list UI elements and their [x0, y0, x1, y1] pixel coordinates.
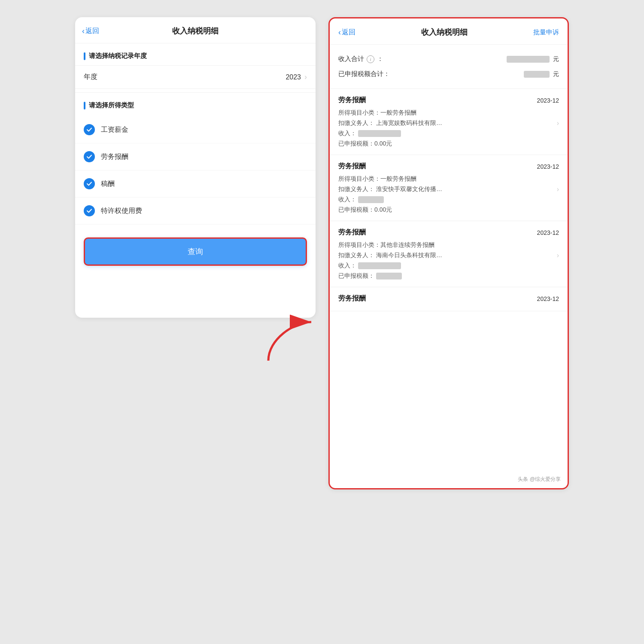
record-3-declared: 已申报税额： [338, 272, 559, 280]
right-panel-title: 收入纳税明细 [421, 27, 468, 37]
record-card-3: 劳务报酬 2023-12 所得项目小类： 其他非连续劳务报酬 扣缴义务人： 海南… [330, 221, 568, 287]
year-label: 年度 [84, 73, 97, 82]
record-3-subtype: 所得项目小类： 其他非连续劳务报酬 [338, 241, 559, 249]
right-panel: ‹ 返回 收入纳税明细 批量申诉 收入合计 i ： 元 已申报税额合计： [328, 17, 569, 489]
record-3-type: 劳务报酬 [338, 228, 366, 237]
checkbox-patent-label: 特许权使用费 [101, 207, 142, 216]
declared-total-label: 已申报税额合计： [338, 70, 390, 78]
year-value: 2023 [286, 73, 301, 81]
left-header: ‹ 返回 收入纳税明细 [75, 17, 316, 43]
left-back-button[interactable]: ‹ 返回 [82, 27, 99, 36]
batch-appeal-button[interactable]: 批量申诉 [533, 28, 559, 36]
left-panel: ‹ 返回 收入纳税明细 请选择纳税记录年度 年度 2023 › 请选择所得类型 … [75, 17, 316, 318]
record-3-header: 劳务报酬 2023-12 [338, 228, 559, 237]
checkbox-labor-label: 劳务报酬 [101, 152, 128, 161]
record-3-income: 收入： [338, 262, 559, 270]
income-total-row: 收入合计 i ： 元 [338, 52, 559, 67]
checkbox-item-labor[interactable]: 劳务报酬 [75, 143, 316, 170]
income-total-label: 收入合计 i ： [338, 55, 383, 63]
year-value-row: 2023 › [286, 73, 307, 82]
declared-total-row: 已申报税额合计： 元 [338, 67, 559, 82]
checkbox-item-royalty[interactable]: 稿酬 [75, 170, 316, 197]
declared-unit: 元 [553, 70, 559, 78]
income-total-value [507, 56, 550, 63]
checkbox-item-wages[interactable]: 工资薪金 [75, 116, 316, 143]
record-2-header: 劳务报酬 2023-12 [338, 162, 559, 171]
year-row[interactable]: 年度 2023 › [75, 65, 316, 89]
declared-total-value [524, 71, 550, 78]
record-card-2: 劳务报酬 2023-12 所得项目小类： 一般劳务报酬 扣缴义务人： 淮安快手双… [330, 155, 568, 221]
record-4-date: 2023-12 [537, 295, 559, 302]
record-3-date: 2023-12 [537, 229, 559, 236]
record-1-subtype: 所得项目小类： 一般劳务报酬 [338, 109, 559, 117]
record-2-detail: 所得项目小类： 一般劳务报酬 扣缴义务人： 淮安快手双馨文化传播… › 收入： … [338, 175, 559, 214]
record-4-header: 劳务报酬 2023-12 [338, 294, 559, 303]
record-1-header: 劳务报酬 2023-12 [338, 96, 559, 105]
record-1-type: 劳务报酬 [338, 96, 366, 105]
record-4-type: 劳务报酬 [338, 294, 366, 303]
type-section: 工资薪金 劳务报酬 稿酬 [75, 115, 316, 225]
record-2-declared: 已申报税额： 0.00元 [338, 206, 559, 214]
left-panel-title: 收入纳税明细 [172, 26, 219, 36]
record-2-income: 收入： [338, 196, 559, 204]
record-card-4: 劳务报酬 2023-12 [330, 287, 568, 311]
right-back-label: 返回 [342, 28, 355, 37]
record-1-income: 收入： [338, 130, 559, 137]
left-back-label: 返回 [85, 27, 99, 36]
left-back-chevron-icon: ‹ [82, 27, 85, 36]
record-1-date: 2023-12 [537, 97, 559, 104]
record-1-payer[interactable]: 扣缴义务人： 上海宽娱数码科技有限… › [338, 119, 559, 127]
record-card-1: 劳务报酬 2023-12 所得项目小类： 一般劳务报酬 扣缴义务人： 上海宽娱数… [330, 89, 568, 155]
record-2-payer[interactable]: 扣缴义务人： 淮安快手双馨文化传播… › [338, 185, 559, 193]
checkbox-wages-icon [84, 124, 95, 135]
record-2-type: 劳务报酬 [338, 162, 366, 171]
query-button[interactable]: 查询 [84, 237, 307, 266]
record-1-income-value [358, 130, 401, 137]
summary-section: 收入合计 i ： 元 已申报税额合计： 元 [330, 45, 568, 89]
checkbox-patent-icon [84, 205, 95, 216]
record-3-payer[interactable]: 扣缴义务人： 海南今日头条科技有限… › [338, 252, 559, 259]
record-2-date: 2023-12 [537, 163, 559, 170]
red-arrow-icon [260, 313, 320, 369]
checkbox-labor-icon [84, 151, 95, 162]
income-unit: 元 [553, 55, 559, 63]
record-1-declared: 已申报税额： 0.00元 [338, 140, 559, 148]
checkbox-item-patent[interactable]: 特许权使用费 [75, 197, 316, 225]
right-back-chevron-icon: ‹ [338, 28, 341, 37]
record-1-detail: 所得项目小类： 一般劳务报酬 扣缴义务人： 上海宽娱数码科技有限… › 收入： … [338, 109, 559, 148]
record-2-chevron-icon: › [557, 185, 559, 193]
watermark: 头条 @综火爱分享 [515, 475, 563, 484]
right-back-button[interactable]: ‹ 返回 [338, 28, 355, 37]
right-header: ‹ 返回 收入纳税明细 批量申诉 [330, 18, 568, 45]
record-3-detail: 所得项目小类： 其他非连续劳务报酬 扣缴义务人： 海南今日头条科技有限… › 收… [338, 241, 559, 280]
checkbox-wages-label: 工资薪金 [101, 125, 128, 134]
section1-label: 请选择纳税记录年度 [75, 43, 316, 65]
record-2-income-value [358, 196, 384, 203]
checkbox-royalty-label: 稿酬 [101, 179, 115, 188]
section2-label: 请选择所得类型 [75, 92, 316, 115]
checkbox-royalty-icon [84, 178, 95, 189]
record-1-chevron-icon: › [557, 119, 559, 127]
record-2-subtype: 所得项目小类： 一般劳务报酬 [338, 175, 559, 183]
record-3-declared-value [376, 273, 402, 279]
year-chevron-icon: › [304, 73, 307, 82]
record-3-income-value [358, 262, 401, 269]
info-icon: i [367, 55, 374, 63]
record-3-chevron-icon: › [557, 252, 559, 259]
